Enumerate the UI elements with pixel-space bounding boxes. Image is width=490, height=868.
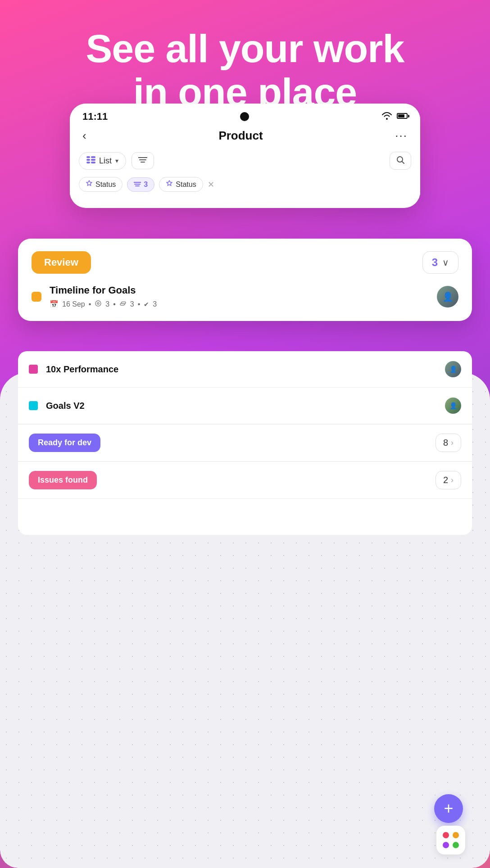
status-icon-2 xyxy=(166,180,173,189)
svg-rect-3 xyxy=(91,159,95,161)
list-view-button[interactable]: List ▾ xyxy=(79,152,126,170)
grid-dots-widget[interactable] xyxy=(436,826,465,854)
link-icon xyxy=(119,300,127,308)
issues-found-count-value: 2 xyxy=(443,475,448,485)
section-row-issues-found[interactable]: Issues found 2 › xyxy=(18,462,472,499)
review-count2: 3 xyxy=(130,300,134,308)
status-icons xyxy=(381,112,408,122)
check-icon: ✔ xyxy=(144,301,149,308)
ready-for-dev-count-value: 8 xyxy=(443,438,448,448)
list-item[interactable]: Goals V2 👤 xyxy=(18,388,472,424)
phone-card: 11:11 ‹ Product ··· xyxy=(70,104,420,208)
close-chip-icon[interactable]: ✕ xyxy=(208,180,214,190)
item-color-dot xyxy=(29,401,38,410)
back-button[interactable]: ‹ xyxy=(82,129,86,143)
item-label-2: Goals V2 xyxy=(46,401,437,411)
comment-icon xyxy=(95,300,102,308)
section-chevron-icon: › xyxy=(451,475,454,485)
avatar-image: 👤 xyxy=(437,286,458,307)
review-item-content: Timeline for Goals 📅 16 Sep • 3 • xyxy=(50,285,429,308)
item-color-dot xyxy=(29,365,38,374)
grid-dot-3 xyxy=(443,842,449,848)
review-item-meta: 📅 16 Sep • 3 • 3 • xyxy=(50,300,429,308)
search-button[interactable] xyxy=(390,152,411,170)
count-chip[interactable]: 3 xyxy=(127,177,154,192)
camera-dot xyxy=(240,112,249,121)
review-count3: 3 xyxy=(153,300,157,308)
status-chip-label-1: Status xyxy=(95,181,116,189)
svg-point-14 xyxy=(95,301,101,306)
toolbar: List ▾ xyxy=(70,148,420,175)
svg-point-15 xyxy=(97,303,99,304)
item-label-1: 10x Performance xyxy=(46,364,437,375)
svg-rect-0 xyxy=(86,156,90,158)
review-item: Timeline for Goals 📅 16 Sep • 3 • xyxy=(32,285,458,308)
hero-title-line1: See all your work xyxy=(0,27,490,71)
nav-bar: ‹ Product ··· xyxy=(70,126,420,148)
review-date: 16 Sep xyxy=(62,300,85,308)
review-count-button[interactable]: 3 ∨ xyxy=(422,251,458,274)
chevron-down-icon: ∨ xyxy=(442,257,449,268)
status-chip-1[interactable]: Status xyxy=(79,177,122,192)
list-icon xyxy=(86,156,95,166)
calendar-icon: 📅 xyxy=(50,300,59,308)
wifi-icon xyxy=(381,112,392,122)
filter-icon xyxy=(138,156,147,165)
list-area: 10x Performance 👤 Goals V2 👤 Ready for d… xyxy=(18,351,472,535)
ready-for-dev-count[interactable]: 8 › xyxy=(436,434,461,452)
review-count-value: 3 xyxy=(432,256,438,269)
more-button[interactable]: ··· xyxy=(395,129,408,143)
svg-rect-4 xyxy=(86,162,90,163)
meta-dot-3: • xyxy=(138,300,141,308)
list-item[interactable]: 10x Performance 👤 xyxy=(18,351,472,388)
review-item-title: Timeline for Goals xyxy=(50,285,429,296)
status-time: 11:11 xyxy=(82,111,108,122)
svg-rect-1 xyxy=(91,156,95,158)
status-chip-2[interactable]: Status xyxy=(159,177,203,192)
section-row-ready-for-dev[interactable]: Ready for dev 8 › xyxy=(18,425,472,461)
status-chip-label-2: Status xyxy=(176,181,196,189)
list-bottom-spacer xyxy=(18,499,472,535)
status-bar: 11:11 xyxy=(70,104,420,126)
search-icon xyxy=(396,156,404,166)
review-badge[interactable]: Review xyxy=(32,251,91,274)
status-icon-1 xyxy=(86,180,93,189)
svg-rect-5 xyxy=(91,162,95,163)
meta-dot-1: • xyxy=(89,300,91,308)
issues-found-badge: Issues found xyxy=(29,471,97,489)
avatar: 👤 xyxy=(437,286,458,307)
svg-point-9 xyxy=(397,157,403,162)
issues-found-count[interactable]: 2 › xyxy=(436,471,461,489)
svg-line-10 xyxy=(402,162,404,163)
ready-for-dev-badge: Ready for dev xyxy=(29,434,100,452)
nav-title: Product xyxy=(218,129,263,143)
battery-icon xyxy=(397,113,408,121)
count-chip-value: 3 xyxy=(144,181,148,189)
review-card-header: Review 3 ∨ xyxy=(32,251,458,274)
grid-dot-2 xyxy=(453,832,459,838)
list-label: List xyxy=(99,156,112,166)
filter-button[interactable] xyxy=(132,152,154,169)
item-color-indicator xyxy=(32,292,41,302)
add-fab-button[interactable]: + xyxy=(434,794,463,823)
filter-icon-2 xyxy=(134,181,141,189)
meta-dot-2: • xyxy=(113,300,116,308)
grid-dot-4 xyxy=(453,842,459,848)
grid-dot-1 xyxy=(443,832,449,838)
svg-rect-2 xyxy=(86,159,90,161)
review-card: Review 3 ∨ Timeline for Goals 📅 16 Sep •… xyxy=(18,239,472,321)
filter-chips: Status 3 Status ✕ xyxy=(70,175,420,199)
section-chevron-icon: › xyxy=(451,438,454,448)
hero-section: See all your work in one place xyxy=(0,0,490,114)
dropdown-arrow: ▾ xyxy=(115,157,118,164)
plus-icon: + xyxy=(444,799,453,818)
item-avatar-1: 👤 xyxy=(445,361,461,377)
review-count1: 3 xyxy=(105,300,109,308)
item-avatar-2: 👤 xyxy=(445,398,461,414)
